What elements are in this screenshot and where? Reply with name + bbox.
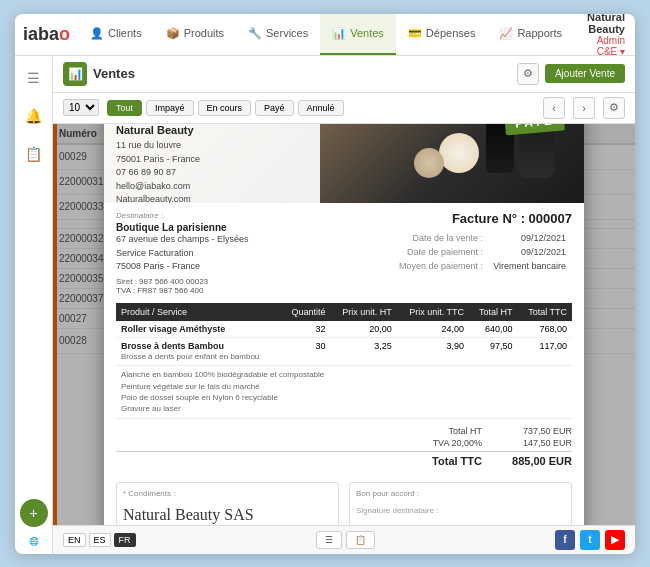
header-right: ⚙ Ajouter Vente bbox=[517, 63, 625, 85]
filter-annule[interactable]: Annulé bbox=[298, 100, 344, 116]
main-layout: ☰ 🔔 📋 + 🌐 📊 Ventes ⚙ Ajouter Vente bbox=[15, 56, 635, 554]
total-ttc-row: Total TTC 885,00 EUR bbox=[116, 451, 572, 468]
content-area: 📊 Ventes ⚙ Ajouter Vente 10 Tout Impayé … bbox=[53, 56, 635, 554]
nav-items: 👤 Clients 📦 Produits 🔧 Services 📊 Ventes… bbox=[78, 14, 574, 55]
invoice-dates: Date de la vente : 09/12/2021 Date de pa… bbox=[349, 230, 572, 274]
invoice-item-row: Roller visage Améthyste 32 20,00 24,00 6… bbox=[116, 321, 572, 338]
lang-en[interactable]: EN bbox=[63, 533, 86, 547]
page-title-area: 📊 Ventes bbox=[63, 62, 135, 86]
depenses-icon: 💳 bbox=[408, 27, 422, 40]
sidebar-list-icon[interactable]: 📋 bbox=[20, 140, 48, 168]
page-title: Ventes bbox=[93, 66, 135, 81]
invoice-items: Produit / Service Quantité Prix unit. HT… bbox=[116, 303, 572, 419]
invoice-sender-header: Expéditeur : Natural Beauty 11 rue du lo… bbox=[104, 124, 320, 204]
sidebar-menu-icon[interactable]: ☰ bbox=[20, 64, 48, 92]
table-controls: 10 Tout Impayé En cours Payé Annulé ‹ › … bbox=[53, 93, 635, 124]
filter-paye[interactable]: Payé bbox=[255, 100, 294, 116]
inv-col-qty: Quantité bbox=[281, 303, 330, 321]
lang-fr[interactable]: FR bbox=[114, 533, 136, 547]
inv-col-total-ht: Total HT bbox=[469, 303, 518, 321]
invoice-item-row: Brosse à dents Bambou Brosse à dents pou… bbox=[116, 337, 572, 365]
bottom-menu-btn[interactable]: ☰ bbox=[316, 531, 342, 549]
nav-produits[interactable]: 📦 Produits bbox=[154, 14, 236, 55]
inv-col-prix-ttc: Prix unit. TTC bbox=[397, 303, 469, 321]
inv-col-prix-ht: Prix unit. HT bbox=[330, 303, 396, 321]
nav-services[interactable]: 🔧 Services bbox=[236, 14, 320, 55]
recipient-signature-box: Bon pour accord : Signature destinataire… bbox=[349, 482, 572, 525]
invoice-table: Produit / Service Quantité Prix unit. HT… bbox=[116, 303, 572, 419]
filter-encours[interactable]: En cours bbox=[198, 100, 252, 116]
nav-ventes[interactable]: 📊 Ventes bbox=[320, 14, 396, 55]
invoice-totals: Total HT 737,50 EUR TVA 20,00% 147,50 EU… bbox=[116, 425, 572, 468]
prev-page-icon[interactable]: ‹ bbox=[543, 97, 565, 119]
rapports-icon: 📈 bbox=[499, 27, 513, 40]
sender-signature-text: Natural Beauty SAS bbox=[123, 506, 332, 524]
inv-col-product: Produit / Service bbox=[116, 303, 281, 321]
bottom-actions: ☰ 📋 bbox=[316, 531, 375, 549]
top-navigation: iabao 👤 Clients 📦 Produits 🔧 Services 📊 … bbox=[15, 14, 635, 56]
user-info: Natural Beauty Admin C&E ▾ bbox=[584, 14, 625, 58]
bottom-list-btn[interactable]: 📋 bbox=[346, 531, 375, 549]
total-ht-row: Total HT 737,50 EUR bbox=[116, 425, 572, 437]
sidebar-lang: 🌐 bbox=[29, 537, 39, 546]
page-header: 📊 Ventes ⚙ Ajouter Vente bbox=[53, 56, 635, 93]
invoice-header: Expéditeur : Natural Beauty 11 rue du lo… bbox=[104, 124, 584, 204]
filter-impaye[interactable]: Impayé bbox=[146, 100, 194, 116]
nav-depenses[interactable]: 💳 Dépenses bbox=[396, 14, 488, 55]
invoice-header-info: Destinataire : Boutique La parisienne 67… bbox=[116, 211, 572, 295]
sender-signature-box: * Condiments : Natural Beauty SAS bbox=[116, 482, 339, 525]
next-page-icon[interactable]: › bbox=[573, 97, 595, 119]
invoice-overlay: Expéditeur : Natural Beauty 11 rue du lo… bbox=[53, 124, 635, 525]
sidebar-add-icon[interactable]: + bbox=[20, 499, 48, 527]
per-page-select[interactable]: 10 bbox=[63, 99, 99, 116]
ventes-icon: 📊 bbox=[332, 27, 346, 40]
youtube-icon[interactable]: ▶ bbox=[605, 530, 625, 550]
invoice-item-row: Alanche en bambou 100% biodégradable et … bbox=[116, 366, 572, 419]
invoice-modal: Expéditeur : Natural Beauty 11 rue du lo… bbox=[104, 124, 584, 525]
logo: iabao bbox=[15, 24, 78, 45]
clients-icon: 👤 bbox=[90, 27, 104, 40]
language-selector: EN ES FR bbox=[63, 533, 136, 547]
invoice-body: Destinataire : Boutique La parisienne 67… bbox=[104, 203, 584, 524]
left-sidebar: ☰ 🔔 📋 + 🌐 bbox=[15, 56, 53, 554]
invoice-number-area: Facture N° : 000007 Date de la vente : 0… bbox=[349, 211, 572, 295]
add-sale-button[interactable]: Ajouter Vente bbox=[545, 64, 625, 83]
recipient-signature-placeholder: Signature destinataire : bbox=[356, 506, 565, 515]
total-tva-row: TVA 20,00% 147,50 EUR bbox=[116, 437, 572, 449]
filter-tout[interactable]: Tout bbox=[107, 100, 142, 116]
settings-icon[interactable]: ⚙ bbox=[517, 63, 539, 85]
twitter-icon[interactable]: t bbox=[580, 530, 600, 550]
inv-col-total-ttc: Total TTC bbox=[518, 303, 572, 321]
page-icon: 📊 bbox=[63, 62, 87, 86]
services-icon: 🔧 bbox=[248, 27, 262, 40]
invoice-destination: Destinataire : Boutique La parisienne 67… bbox=[116, 211, 339, 295]
nav-clients[interactable]: 👤 Clients bbox=[78, 14, 154, 55]
sidebar-bell-icon[interactable]: 🔔 bbox=[20, 102, 48, 130]
data-table-wrapper: Numéro Statut 00029 i bbox=[53, 124, 635, 525]
filter-tabs: Tout Impayé En cours Payé Annulé bbox=[107, 100, 344, 116]
nav-user-area: Natural Beauty Admin C&E ▾ bbox=[574, 14, 635, 58]
lang-es[interactable]: ES bbox=[89, 533, 111, 547]
facebook-icon[interactable]: f bbox=[555, 530, 575, 550]
social-icons: f t ▶ bbox=[555, 530, 625, 550]
nav-rapports[interactable]: 📈 Rapports bbox=[487, 14, 574, 55]
bottom-bar: EN ES FR ☰ 📋 f t ▶ bbox=[53, 525, 635, 554]
produits-icon: 📦 bbox=[166, 27, 180, 40]
settings-table-icon[interactable]: ⚙ bbox=[603, 97, 625, 119]
invoice-footer: * Condiments : Natural Beauty SAS Bon po… bbox=[116, 476, 572, 525]
